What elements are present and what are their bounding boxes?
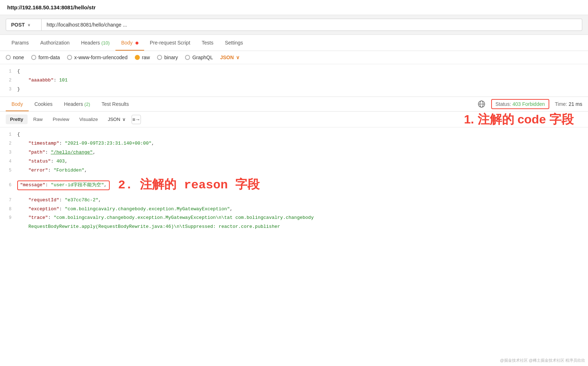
tab-settings[interactable]: Settings [219,35,249,51]
response-tabs-row: Body Cookies Headers (2) Test Results St… [0,97,588,112]
message-highlight-box: "message": "user-id字段不能为空", [17,180,110,190]
json-select-label: JSON [220,55,234,60]
wrap-icon-button[interactable]: ≡→ [132,115,141,124]
resp-tab-headers-badge: (2) [84,102,90,107]
radio-none[interactable]: none [6,55,24,60]
resp-line-4: 4 "status": 403, [0,157,588,166]
radio-form-data-label: form-data [38,55,60,60]
radio-none-circle [6,55,11,60]
response-format-row: Pretty Raw Preview Visualize JSON ∨ ≡→ 1… [0,112,588,127]
format-json-dropdown[interactable]: JSON ∨ [108,117,126,122]
tab-headers[interactable]: Headers (10) [75,35,115,51]
radio-form-data-circle [31,55,36,60]
radio-urlencoded-label: x-www-form-urlencoded [74,55,128,60]
json-select-chevron: ∨ [236,55,240,60]
annotation-2: 2. 注解的 reason 字段 [118,175,259,195]
radio-graphql-circle [185,55,190,60]
annotation-1: 1. 注解的 code 字段 [464,111,574,128]
resp-line-9: 9 "trace": "com.bolingcavalry.changebody… [0,214,588,222]
resp-line-6: 6 "message": "user-id字段不能为空", 2. 注解的 rea… [0,175,588,196]
req-line-num-3: 3 [0,86,17,93]
response-body[interactable]: 1 { 2 "timestamp": "2021-09-09T23:23:31.… [0,127,588,234]
req-line-content-1: { [17,68,20,75]
radio-binary[interactable]: binary [157,55,178,60]
method-dropdown[interactable]: POST ∨ [6,19,42,31]
request-bar: POST ∨ [0,15,588,35]
json-select-dropdown[interactable]: JSON ∨ [220,55,240,60]
resp-line-10: RequestBodyRewrite.apply(RequestBodyRewr… [0,222,588,231]
radio-graphql-label: GraphQL [192,55,213,60]
resp-line-2: 2 "timestamp": "2021-09-09T23:23:31.140+… [0,139,588,148]
tab-headers-badge: (10) [101,40,110,46]
response-tabs-right: Status: 403 Forbidden Time: 21 ms [478,99,582,109]
body-type-row: none form-data x-www-form-urlencoded raw… [0,51,588,64]
format-tab-preview[interactable]: Preview [48,114,74,124]
req-line-num-2: 2 [0,77,17,84]
format-json-label: JSON [108,117,120,122]
req-line-3: 3 } [0,85,588,94]
time-label: Time: [555,101,567,107]
format-json-chevron: ∨ [122,117,126,122]
status-value: 403 Forbidden [512,101,545,107]
tab-params[interactable]: Params [6,35,34,51]
resp-tab-cookies[interactable]: Cookies [29,97,58,111]
tab-pre-request[interactable]: Pre-request Script [144,35,196,51]
top-url-bar: http://192.168.50.134:8081/hello/str [0,0,588,15]
globe-icon[interactable] [478,100,485,108]
resp-tab-body[interactable]: Body [6,97,29,111]
format-tab-pretty[interactable]: Pretty [6,114,28,124]
resp-line-content-1: { [17,131,20,139]
tab-headers-label: Headers [81,40,100,46]
resp-line-1: 1 { [0,130,588,139]
resp-tab-test-results[interactable]: Test Results [96,97,134,111]
status-label: Status: [495,101,511,107]
top-url-text: http://192.168.50.134:8081/hello/str [7,4,96,10]
tab-body-label: Body [121,40,133,46]
radio-binary-circle [157,55,162,60]
status-badge: Status: 403 Forbidden [491,99,549,109]
radio-raw[interactable]: raw [135,55,150,60]
request-code-editor[interactable]: 1 { 2 "aaaabbb": 101 3 } [0,64,588,97]
format-tab-raw[interactable]: Raw [29,114,47,124]
method-chevron: ∨ [28,23,30,27]
radio-urlencoded[interactable]: x-www-form-urlencoded [67,55,128,60]
radio-none-label: none [13,55,24,60]
method-label: POST [11,22,25,28]
req-line-content-2: "aaaabbb": 101 [17,77,67,84]
request-tabs-row: Params Authorization Headers (10) Body P… [0,35,588,51]
resp-line-8: 8 "exception": "com.bolingcavalry.change… [0,205,588,214]
resp-line-3: 3 "path": "/hello/change", [0,148,588,157]
response-tabs-left: Body Cookies Headers (2) Test Results [6,97,134,111]
req-line-content-3: } [17,86,20,93]
radio-binary-label: binary [164,55,178,60]
tab-tests[interactable]: Tests [196,35,219,51]
format-tab-visualize[interactable]: Visualize [75,114,102,124]
radio-raw-circle [135,55,140,60]
resp-tab-headers[interactable]: Headers (2) [58,97,96,111]
radio-form-data[interactable]: form-data [31,55,60,60]
resp-line-7: 7 "requestId": "e37cc78c-2", [0,196,588,205]
req-line-2: 2 "aaaabbb": 101 [0,76,588,85]
req-line-num-1: 1 [0,68,17,75]
url-input[interactable] [42,19,582,31]
time-value: 21 ms [569,101,582,107]
tab-authorization[interactable]: Authorization [34,35,75,51]
resp-line-5: 5 "error": "Forbidden", [0,166,588,175]
radio-raw-label: raw [142,55,150,60]
time-display: Time: 21 ms [555,101,583,107]
tab-body[interactable]: Body [115,35,144,51]
resp-tab-headers-label: Headers [64,101,83,107]
body-dot [136,42,138,44]
radio-urlencoded-circle [67,55,72,60]
resp-line-num-1: 1 [0,131,17,138]
radio-graphql[interactable]: GraphQL [185,55,213,60]
req-line-1: 1 { [0,67,588,76]
path-link[interactable]: "/hello/change" [51,150,93,155]
